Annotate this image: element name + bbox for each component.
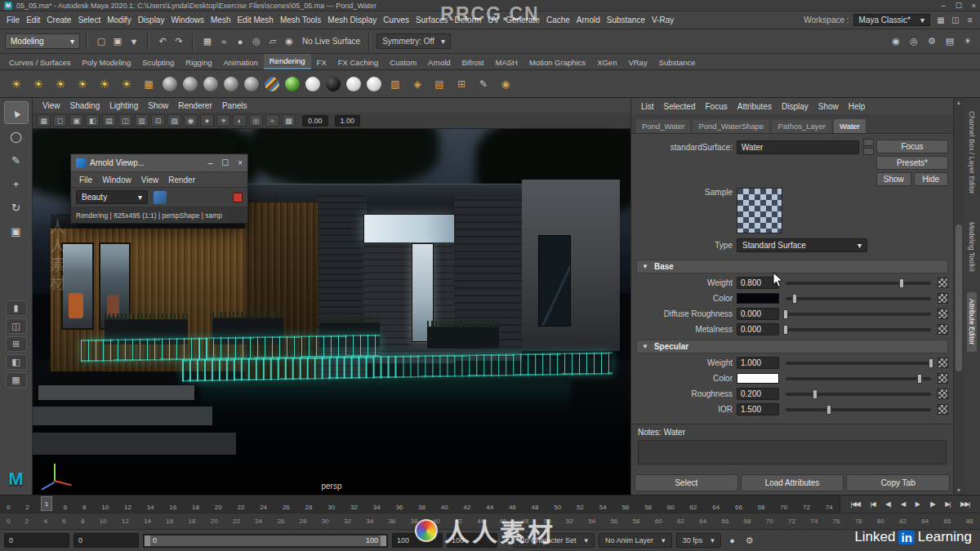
attribute-editor-menu-item[interactable]: Focus <box>700 100 732 113</box>
attribute-editor-menu-item[interactable]: Display <box>777 100 813 113</box>
minimize-button[interactable]: – <box>942 2 946 10</box>
shadows-icon[interactable]: ◐ <box>233 114 247 127</box>
menu-item[interactable]: Modify <box>104 14 134 26</box>
stingray-pbs-icon[interactable] <box>367 77 381 91</box>
render-settings-icon[interactable]: ⚙ <box>924 34 939 49</box>
paint-selection-tool[interactable]: ✎ <box>5 149 28 171</box>
phong-icon[interactable] <box>244 77 259 91</box>
menu-item[interactable]: Substance <box>604 14 648 26</box>
ramp-texture-icon[interactable]: ▤ <box>431 76 448 92</box>
menu-item[interactable]: Select <box>74 14 104 26</box>
shelf-tab[interactable]: Bifrost <box>457 56 490 69</box>
attribute-value-field[interactable]: 0.200 <box>737 388 779 400</box>
menu-item[interactable]: Create <box>43 14 74 26</box>
shelf-tab[interactable]: FX <box>311 56 332 69</box>
step-forward-frame-button[interactable]: |▶ <box>929 500 934 508</box>
map-texture-button[interactable] <box>938 373 948 384</box>
shelf-tab[interactable]: Motion Graphics <box>523 56 591 69</box>
hypershade-icon[interactable]: ◉ <box>497 76 514 92</box>
attribute-slider[interactable] <box>786 408 931 411</box>
node-tab[interactable]: Pond_Water <box>636 119 690 133</box>
footer-button[interactable]: Load Attributes <box>741 474 844 491</box>
menu-item[interactable]: V-Ray <box>648 14 677 26</box>
shelf-tab[interactable]: FX Caching <box>332 56 385 69</box>
attribute-editor-menu-item[interactable]: Selected <box>659 100 701 113</box>
snap-to-curve-icon[interactable]: ≈ <box>216 34 231 49</box>
single-pane-layout-button[interactable]: ▮ <box>6 300 27 316</box>
menu-item[interactable]: Display <box>135 14 168 26</box>
display-layer-icon[interactable]: ▤ <box>942 34 957 49</box>
show-button[interactable]: Show <box>876 172 911 186</box>
area-light-icon[interactable]: ☀ <box>96 76 113 92</box>
ambient-occlusion-icon[interactable]: ◎ <box>249 114 263 127</box>
focus-arrow-icon[interactable] <box>863 139 874 146</box>
panel-toggle-icon[interactable]: ◫ <box>949 14 962 27</box>
current-time-indicator[interactable]: 1 <box>41 496 52 511</box>
sidebar-panel-tab[interactable]: Modeling Toolkit <box>967 216 977 278</box>
workspace-selector[interactable]: Maya Classic* ▾ <box>853 14 930 26</box>
viewport-menu-item[interactable]: Show <box>143 100 173 111</box>
viewport-menu-item[interactable]: Renderer <box>173 100 217 111</box>
attribute-value-field[interactable]: 0.000 <box>737 323 779 335</box>
shelf-tab[interactable]: Sculpting <box>136 56 180 69</box>
snap-to-grid-icon[interactable]: ▦ <box>200 34 215 49</box>
arnold-window-title-bar[interactable]: Arnold Viewp... – ☐ × <box>71 154 247 172</box>
arnold-display-icon[interactable] <box>154 191 167 204</box>
safe-action-icon[interactable]: ◫ <box>118 114 132 127</box>
viewport-menu-item[interactable]: View <box>38 100 65 111</box>
blinn-icon[interactable] <box>203 77 218 91</box>
arnold-menu-item[interactable]: Window <box>97 175 136 185</box>
attribute-slider[interactable] <box>786 393 931 396</box>
lambert-icon[interactable] <box>224 77 238 91</box>
undo-icon[interactable]: ↶ <box>155 34 170 49</box>
slider-handle[interactable] <box>917 374 922 384</box>
exposure-field[interactable]: 0.00 <box>302 115 328 127</box>
notes-textarea[interactable] <box>638 440 947 464</box>
footer-button[interactable]: Copy Tab <box>846 474 950 491</box>
shelf-tab[interactable]: Custom <box>384 56 422 69</box>
map-texture-button[interactable] <box>938 293 948 304</box>
standard-surface-icon[interactable] <box>163 77 177 91</box>
new-scene-icon[interactable]: ▢ <box>94 34 109 49</box>
color-swatch[interactable] <box>737 373 779 384</box>
attribute-value-field[interactable]: 0.000 <box>737 308 779 320</box>
shelf-tab[interactable]: Poly Modeling <box>77 56 137 69</box>
go-to-end-button[interactable]: ▶▶| <box>960 500 969 508</box>
arnold-menu-item[interactable]: Render <box>163 175 200 185</box>
wireframe-on-shaded-icon[interactable]: ◉ <box>184 114 198 127</box>
field-chart-icon[interactable]: ▤ <box>102 114 116 127</box>
play-forwards-button[interactable]: ▶ <box>915 500 920 508</box>
auto-keyframe-button[interactable]: ● <box>725 533 740 548</box>
stop-render-button[interactable] <box>233 193 243 202</box>
playback-start-field[interactable]: 0 <box>74 533 139 548</box>
base-section-header[interactable]: ▼ Base <box>636 260 948 273</box>
map-texture-button[interactable] <box>938 309 948 319</box>
maximize-button[interactable]: ☐ <box>221 158 229 167</box>
map-texture-button[interactable] <box>938 278 948 288</box>
fps-selector[interactable]: 30 fps ▾ <box>676 533 721 548</box>
hypershade-layout-button[interactable]: ▦ <box>6 372 27 388</box>
motion-blur-icon[interactable]: ≈ <box>265 114 279 127</box>
shelf-tab[interactable]: Rendering <box>264 54 311 69</box>
film-gate-icon[interactable]: ◻ <box>53 114 67 127</box>
volume-light-icon[interactable]: ☀ <box>118 76 135 92</box>
four-pane-layout-button[interactable]: ⊞ <box>6 336 27 352</box>
anim-layer-selector[interactable]: No Anim Layer ▾ <box>599 533 672 548</box>
range-start-handle[interactable] <box>145 535 150 546</box>
light-editor-icon[interactable]: ☀ <box>960 34 975 49</box>
attribute-editor-menu-item[interactable]: Show <box>813 100 844 113</box>
attribute-slider[interactable] <box>786 313 931 316</box>
map-texture-button[interactable] <box>938 324 948 335</box>
animation-start-field[interactable]: 0 <box>4 533 69 548</box>
persp-outliner-layout-button[interactable]: ◧ <box>6 354 27 370</box>
render-frame-icon[interactable]: ◉ <box>889 34 903 49</box>
camera-attributes-icon[interactable]: ⊡ <box>151 114 165 127</box>
range-slider-track[interactable]: 0 100 <box>143 534 388 548</box>
node-tab[interactable]: Pond_WaterShape <box>693 119 769 133</box>
scale-tool[interactable]: ▣ <box>5 220 28 242</box>
snap-to-point-icon[interactable]: ● <box>233 34 247 49</box>
attribute-editor-scrollbar[interactable]: ▲ ▼ <box>953 98 964 495</box>
animation-preferences-button[interactable]: ⚙ <box>742 533 757 548</box>
select-tool[interactable]: ▲ <box>5 102 28 123</box>
shelf-tab[interactable]: MASH <box>490 56 523 69</box>
